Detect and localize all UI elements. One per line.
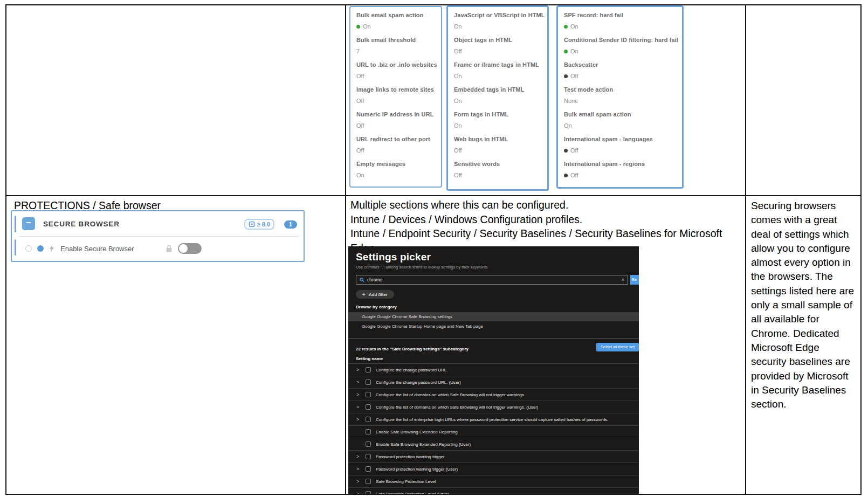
setting-item: Bulk email spam actionOn xyxy=(564,111,680,129)
search-button[interactable]: Se xyxy=(630,275,639,285)
status-dot-icon xyxy=(564,50,568,53)
category-row[interactable]: Google Google Chrome Safe Browsing setti… xyxy=(348,312,639,321)
setting-row[interactable]: >Configure the change password URL. (Use… xyxy=(348,376,639,388)
notes-paragraph: Securing browsers comes with a great dea… xyxy=(751,199,857,411)
setting-item: Empty messagesOn xyxy=(356,161,439,178)
checkbox[interactable] xyxy=(366,454,371,459)
checkbox[interactable] xyxy=(366,429,371,434)
setting-row[interactable]: >Configure the list of enterprise login … xyxy=(348,413,639,425)
setting-label: International spam - regions xyxy=(564,161,680,168)
document-table: Bulk email spam actionOnBulk email thres… xyxy=(5,4,862,495)
setting-value: Off xyxy=(564,147,680,154)
setting-label: SPF record: hard fail xyxy=(564,12,680,19)
add-filter-label: Add filter xyxy=(369,292,388,297)
setting-label: Sensitive words xyxy=(454,161,545,168)
table-cell-top-right xyxy=(746,5,860,196)
checkbox[interactable] xyxy=(366,379,371,385)
chevron-right-icon[interactable]: > xyxy=(356,379,361,385)
chevron-right-icon[interactable]: > xyxy=(356,491,361,494)
checkbox[interactable] xyxy=(366,417,371,422)
setting-label: Bulk email threshold xyxy=(356,37,439,44)
antispam-panel-3: SPF record: hard failOnConditional Sende… xyxy=(556,5,684,189)
status-dot-icon xyxy=(564,74,568,78)
setting-item: Conditional Sender ID filtering: hard fa… xyxy=(564,37,680,54)
checkbox[interactable] xyxy=(366,367,371,372)
checkbox[interactable] xyxy=(366,491,371,494)
setting-value: On xyxy=(454,73,545,79)
status-dot-icon xyxy=(356,25,360,29)
chevron-right-icon[interactable]: > xyxy=(356,417,361,422)
toggle-switch-off[interactable] xyxy=(178,243,202,254)
setting-item: Image links to remote sitesOff xyxy=(356,86,439,104)
setting-label: Empty messages xyxy=(356,161,439,168)
setting-label: URL to .biz or .info websites xyxy=(356,61,439,68)
setting-label: Form tags in HTML xyxy=(454,111,545,118)
setting-name: Configure the list of domains on which S… xyxy=(376,392,525,397)
setting-row[interactable]: >Configure the change password URL. xyxy=(348,363,639,376)
chevron-right-icon[interactable]: > xyxy=(356,466,361,472)
setting-value: Off xyxy=(356,122,439,129)
setting-value: On xyxy=(356,23,439,30)
setting-value: 7 xyxy=(356,48,439,54)
checkbox[interactable] xyxy=(366,466,371,472)
chevron-right-icon[interactable]: > xyxy=(356,454,361,459)
setting-item: Bulk email spam actionOn xyxy=(356,12,439,30)
setting-label: Enable Secure Browser xyxy=(60,245,134,253)
setting-value: On xyxy=(564,23,680,30)
setting-value: Off xyxy=(454,147,545,154)
setting-value: On xyxy=(454,122,545,129)
setting-name: Configure the list of enterprise login U… xyxy=(376,417,608,422)
chevron-right-icon[interactable]: > xyxy=(356,392,361,397)
lightning-icon xyxy=(49,245,54,252)
category-row[interactable]: Google Google Chrome Startup Home page a… xyxy=(348,322,639,331)
chevron-right-icon[interactable]: > xyxy=(356,367,361,372)
checkbox[interactable] xyxy=(366,392,371,397)
setting-label: Embedded tags in HTML xyxy=(454,86,545,93)
setting-value: On xyxy=(356,172,439,178)
setting-label: Image links to remote sites xyxy=(356,86,439,93)
setting-label: Test mode action xyxy=(564,86,680,93)
setting-value: None xyxy=(564,98,680,104)
setting-label: Object tags in HTML xyxy=(454,37,545,44)
setting-row[interactable]: >Configure the list of domains on which … xyxy=(348,401,639,413)
select-all-button[interactable]: Select all these set xyxy=(596,343,639,351)
checkbox[interactable] xyxy=(366,404,371,410)
setting-row[interactable]: >Configure the list of domains on which … xyxy=(348,388,639,401)
setting-row[interactable]: >Safe Browsing Protection Level (User) xyxy=(348,487,639,494)
setting-item: Form tags in HTMLOn xyxy=(454,111,545,129)
count-badge: 1 xyxy=(284,220,297,229)
setting-value: On xyxy=(564,122,680,129)
setting-item: Numeric IP address in URLOff xyxy=(356,111,439,129)
setting-label: JavaScript or VBScript in HTML xyxy=(454,12,545,19)
clear-search-icon[interactable]: × xyxy=(622,277,624,282)
search-value: chrome xyxy=(367,277,619,282)
picker-subtitle: Use commas "," among search terms to loo… xyxy=(356,265,639,270)
collapse-minus-button[interactable]: − xyxy=(22,217,35,230)
secure-browser-card: − SECURE BROWSER ≥ 8.0 1 Enable Secure B… xyxy=(11,210,305,262)
setting-item: Web bugs in HTMLOff xyxy=(454,136,545,154)
search-input[interactable]: chrome × xyxy=(356,275,628,285)
browse-by-category-label: Browse by category xyxy=(356,305,639,309)
setting-item: Embedded tags in HTMLOn xyxy=(454,86,545,104)
lock-icon xyxy=(166,245,173,252)
picker-title: Settings picker xyxy=(356,251,639,263)
config-line: Multiple sections where this can be conf… xyxy=(350,198,728,212)
setting-row[interactable]: Enable Safe Browsing Extended Reporting xyxy=(348,425,639,438)
setting-item: BackscatterOff xyxy=(564,61,680,79)
setting-item: International spam - languagesOff xyxy=(564,136,680,154)
setting-row[interactable]: >Safe Browsing Protection Level xyxy=(348,475,639,487)
chevron-right-icon[interactable]: > xyxy=(356,404,361,410)
setting-label: Backscatter xyxy=(564,61,680,68)
setting-value: Off xyxy=(356,147,439,154)
add-filter-button[interactable]: + Add filter xyxy=(356,290,394,299)
setting-value: On xyxy=(564,48,680,54)
plus-icon: + xyxy=(362,292,366,298)
setting-row[interactable]: Enable Safe Browsing Extended Reporting … xyxy=(348,438,639,450)
setting-row[interactable]: >Password protection warning trigger (Us… xyxy=(348,463,639,475)
chevron-right-icon[interactable]: > xyxy=(356,479,361,484)
checkbox[interactable] xyxy=(366,479,371,484)
setting-row[interactable]: >Password protection warning trigger xyxy=(348,450,639,463)
checkbox[interactable] xyxy=(366,441,371,447)
radio-icon[interactable] xyxy=(25,245,32,252)
card-divider xyxy=(19,236,299,237)
